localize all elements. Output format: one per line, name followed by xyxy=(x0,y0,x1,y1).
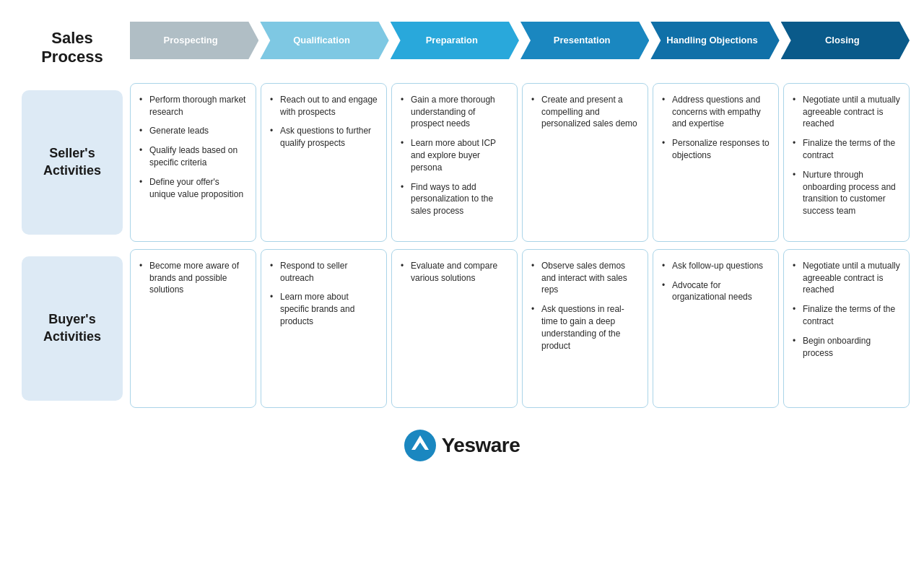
list-item: Negotiate until a mutually agreeable con… xyxy=(793,260,900,296)
sellers-list-preparation: Gain a more thorough understanding of pr… xyxy=(401,94,508,217)
list-item: Perform thorough market research xyxy=(139,94,247,118)
arrow-label-qualification: Qualification xyxy=(286,35,363,46)
list-item: Ask questions in real-time to gain a dee… xyxy=(531,303,639,352)
list-item: Evaluate and compare various solutions xyxy=(401,260,508,284)
arrow-handling: Handling Objections xyxy=(650,22,779,59)
list-item: Reach out to and engage with prospects xyxy=(270,94,378,118)
sellers-cell-prospecting: Perform thorough market research Generat… xyxy=(130,83,256,242)
list-item: Learn more about specific brands and pro… xyxy=(270,291,378,327)
list-item: Generate leads xyxy=(139,125,247,137)
sellers-cell-closing: Negotiate until a mutually agreeable con… xyxy=(783,83,910,242)
list-item: Gain a more thorough understanding of pr… xyxy=(401,94,508,130)
buyers-list-qualification: Respond to seller outreach Learn more ab… xyxy=(270,260,378,328)
arrow-label-handling: Handling Objections xyxy=(659,35,770,46)
arrow-label-closing: Closing xyxy=(818,35,873,46)
yesware-icon xyxy=(404,430,436,461)
arrow-label-prospecting: Prospecting xyxy=(158,35,231,46)
buyers-cell-presentation: Observe sales demos and interact with sa… xyxy=(522,249,648,408)
yesware-brand-name: Yesware xyxy=(442,434,520,457)
sales-process-label: Sales Process xyxy=(14,22,130,74)
buyers-list-prospecting: Become more aware of brands and possible… xyxy=(139,260,247,296)
list-item: Personalize responses to objections xyxy=(662,137,770,162)
buyers-list-closing: Negotiate until a mutually agreeable con… xyxy=(793,260,900,360)
list-item: Become more aware of brands and possible… xyxy=(139,260,247,296)
buyers-list-presentation: Observe sales demos and interact with sa… xyxy=(531,260,639,352)
buyers-list-preparation: Evaluate and compare various solutions xyxy=(401,260,508,284)
arrow-closing: Closing xyxy=(781,22,910,59)
buyers-cells: Become more aware of brands and possible… xyxy=(130,249,910,408)
header-row: Sales Process Prospecting Qualification … xyxy=(14,22,910,74)
arrow-label-preparation: Preparation xyxy=(419,35,491,46)
list-item: Respond to seller outreach xyxy=(270,260,378,284)
sellers-cell-qualification: Reach out to and engage with prospects A… xyxy=(261,83,387,242)
list-item: Learn more about ICP and explore buyer p… xyxy=(401,137,508,173)
list-item: Finalize the terms of the contract xyxy=(793,303,900,328)
buyers-cell-handling: Ask follow-up questions Advocate for org… xyxy=(653,249,779,408)
sellers-cell-presentation: Create and present a compelling and pers… xyxy=(522,83,648,242)
list-item: Find ways to add personalization to the … xyxy=(401,181,508,217)
sellers-list-presentation: Create and present a compelling and pers… xyxy=(531,94,639,130)
list-item: Create and present a compelling and pers… xyxy=(531,94,639,130)
main-container: Sales Process Prospecting Qualification … xyxy=(14,22,910,461)
buyers-cell-qualification: Respond to seller outreach Learn more ab… xyxy=(261,249,387,408)
arrows-row: Prospecting Qualification Preparation Pr… xyxy=(130,22,910,74)
footer: Yesware xyxy=(14,430,910,461)
list-item: Observe sales demos and interact with sa… xyxy=(531,260,639,296)
arrow-qualification: Qualification xyxy=(260,22,388,59)
list-item: Qualify leads based on specific criteria xyxy=(139,144,247,169)
list-item: Ask follow-up questions xyxy=(662,260,770,272)
sellers-label-box: Seller's Activities xyxy=(22,90,123,235)
list-item: Ask questions to further qualify prospec… xyxy=(270,125,378,149)
sellers-list-prospecting: Perform thorough market research Generat… xyxy=(139,94,247,201)
buyers-row: Buyer's Activities Become more aware of … xyxy=(14,249,910,408)
list-item: Negotiate until a mutually agreeable con… xyxy=(793,94,900,130)
list-item: Address questions and concerns with empa… xyxy=(662,94,770,130)
sellers-label-text: Seller's Activities xyxy=(30,145,114,179)
sellers-list-closing: Negotiate until a mutually agreeable con… xyxy=(793,94,900,217)
arrow-presentation: Presentation xyxy=(520,22,649,59)
sales-process-text: Sales Process xyxy=(22,29,123,67)
buyers-cell-closing: Negotiate until a mutually agreeable con… xyxy=(783,249,910,408)
sellers-list-handling: Address questions and concerns with empa… xyxy=(662,94,770,162)
arrow-preparation: Preparation xyxy=(391,22,519,59)
list-item: Finalize the terms of the contract xyxy=(793,137,900,162)
yesware-logo: Yesware xyxy=(404,430,520,461)
list-item: Nurture through onboarding process and t… xyxy=(793,169,900,217)
list-item: Define your offer's unique value proposi… xyxy=(139,176,247,201)
buyers-cell-prospecting: Become more aware of brands and possible… xyxy=(130,249,256,408)
buyers-label-text: Buyer's Activities xyxy=(30,311,114,345)
list-item: Begin onboarding process xyxy=(793,335,900,360)
buyers-label-container: Buyer's Activities xyxy=(14,249,130,408)
sellers-cell-preparation: Gain a more thorough understanding of pr… xyxy=(391,83,518,242)
sellers-label-container: Seller's Activities xyxy=(14,83,130,242)
sellers-list-qualification: Reach out to and engage with prospects A… xyxy=(270,94,378,149)
buyers-cell-preparation: Evaluate and compare various solutions xyxy=(391,249,518,408)
buyers-list-handling: Ask follow-up questions Advocate for org… xyxy=(662,260,770,303)
arrow-prospecting: Prospecting xyxy=(130,22,258,59)
buyers-label-box: Buyer's Activities xyxy=(22,256,123,401)
sellers-cell-handling: Address questions and concerns with empa… xyxy=(653,83,779,242)
list-item: Advocate for organizational needs xyxy=(662,279,770,304)
sellers-row: Seller's Activities Perform thorough mar… xyxy=(14,83,910,242)
sellers-cells: Perform thorough market research Generat… xyxy=(130,83,910,242)
arrow-label-presentation: Presentation xyxy=(546,35,624,46)
